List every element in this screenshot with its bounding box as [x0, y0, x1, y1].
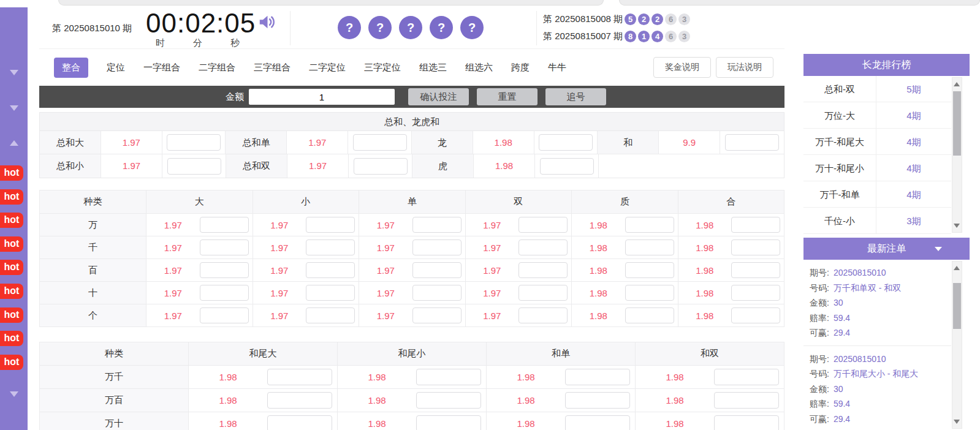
- bet-amount-input[interactable]: [565, 392, 630, 409]
- bet-amount-input[interactable]: [167, 158, 221, 175]
- ranking-item[interactable]: 总和-双 5期: [803, 76, 951, 102]
- scroll-down-icon[interactable]: [954, 420, 960, 424]
- bet-amount-input[interactable]: [412, 262, 462, 278]
- bet-amount-input[interactable]: [267, 392, 332, 409]
- tab-sanzi-dingwei[interactable]: 三字定位: [364, 62, 401, 74]
- bet-amount-input[interactable]: [714, 369, 779, 385]
- help-icon[interactable]: ?: [399, 16, 422, 39]
- scroll-up-icon[interactable]: [954, 82, 960, 86]
- bet-amount-input[interactable]: [200, 217, 249, 233]
- scroll-thumb[interactable]: [953, 91, 961, 156]
- bet-amount-input[interactable]: [353, 134, 407, 151]
- bet-amount-input[interactable]: [412, 240, 462, 255]
- chevron-down-icon[interactable]: [935, 247, 942, 251]
- ranking-item[interactable]: 万十-和尾小 4期: [803, 155, 951, 181]
- bet-amount-input[interactable]: [416, 415, 481, 430]
- tab-zhenghe[interactable]: 整合: [54, 58, 88, 78]
- chevron-up-icon[interactable]: [10, 140, 18, 146]
- bet-amount-input[interactable]: [412, 217, 462, 233]
- hot-badge[interactable]: hot: [0, 355, 23, 370]
- hot-badge[interactable]: hot: [0, 165, 23, 181]
- tab-dingwei[interactable]: 定位: [107, 62, 125, 74]
- bet-amount-input[interactable]: [731, 307, 780, 323]
- scroll-up-icon[interactable]: [954, 266, 960, 270]
- bet-amount-input[interactable]: [412, 307, 462, 323]
- bet-amount-input[interactable]: [167, 134, 221, 151]
- bet-amount-input[interactable]: [306, 240, 355, 255]
- bet-amount-input[interactable]: [306, 307, 355, 323]
- bonus-info-button[interactable]: 奖金说明: [653, 57, 711, 78]
- scroll-thumb[interactable]: [953, 283, 961, 329]
- bet-amount-input[interactable]: [518, 307, 568, 323]
- help-icon[interactable]: ?: [338, 16, 361, 39]
- bet-amount-input[interactable]: [200, 307, 249, 323]
- bet-amount-input[interactable]: [625, 307, 674, 323]
- bet-amount-input[interactable]: [731, 217, 780, 233]
- ranking-item[interactable]: 万位-大 4期: [803, 102, 951, 129]
- bet-amount-input[interactable]: [540, 158, 594, 175]
- bet-amount-input[interactable]: [625, 285, 674, 301]
- bet-amount-input[interactable]: [714, 415, 779, 430]
- bet-amount-input[interactable]: [625, 217, 674, 233]
- bet-amount-input[interactable]: [267, 415, 332, 430]
- bet-amount-input[interactable]: [200, 262, 249, 278]
- ranking-item[interactable]: 万千-和尾大 4期: [803, 129, 951, 155]
- ranking-item[interactable]: 千位-小 3期: [803, 208, 951, 234]
- bet-amount-input[interactable]: [731, 285, 780, 301]
- bet-amount-input[interactable]: [416, 369, 481, 385]
- tab-niuniu[interactable]: 牛牛: [548, 62, 566, 74]
- bet-amount-input[interactable]: [267, 369, 332, 385]
- tab-erzi-zuhe[interactable]: 二字组合: [199, 62, 235, 74]
- bet-amount-input[interactable]: [725, 134, 779, 151]
- speaker-icon[interactable]: [257, 13, 276, 31]
- hot-badge[interactable]: hot: [0, 307, 23, 323]
- help-icon[interactable]: ?: [368, 16, 392, 39]
- chevron-down-icon[interactable]: [10, 391, 18, 397]
- hot-badge[interactable]: hot: [0, 189, 23, 205]
- bet-amount-input[interactable]: [416, 392, 481, 409]
- help-icon[interactable]: ?: [460, 16, 484, 39]
- tab-zuxuan-liu[interactable]: 组选六: [465, 62, 493, 74]
- bet-amount-input[interactable]: [306, 262, 355, 278]
- tab-erzi-dingwei[interactable]: 二字定位: [309, 62, 346, 74]
- bet-amount-input[interactable]: [731, 240, 780, 255]
- bet-amount-input[interactable]: [518, 285, 568, 301]
- chevron-down-icon[interactable]: [10, 105, 18, 111]
- ranking-item[interactable]: 万千-和单 4期: [803, 181, 951, 208]
- reset-button[interactable]: 重置: [477, 88, 537, 105]
- tab-zuxuan-san[interactable]: 组选三: [419, 62, 447, 74]
- bet-amount-input[interactable]: [565, 369, 630, 385]
- tab-yizi-zuhe[interactable]: 一字组合: [143, 62, 180, 74]
- scrollbar[interactable]: [952, 261, 962, 429]
- bet-amount-input[interactable]: [518, 262, 568, 278]
- amount-input[interactable]: [249, 89, 395, 105]
- hot-badge[interactable]: hot: [0, 331, 23, 346]
- bet-amount-input[interactable]: [625, 240, 674, 255]
- bet-amount-input[interactable]: [518, 217, 568, 233]
- bet-amount-input[interactable]: [412, 285, 462, 301]
- bet-amount-input[interactable]: [200, 240, 249, 255]
- tab-kuadu[interactable]: 跨度: [511, 62, 530, 74]
- bet-amount-input[interactable]: [306, 285, 355, 301]
- bet-amount-input[interactable]: [200, 285, 249, 301]
- bet-amount-input[interactable]: [306, 217, 355, 233]
- bet-amount-input[interactable]: [625, 262, 674, 278]
- bet-amount-input[interactable]: [731, 262, 780, 278]
- confirm-bet-button[interactable]: 确认投注: [408, 88, 469, 105]
- bet-amount-input[interactable]: [539, 134, 593, 151]
- hot-badge[interactable]: hot: [0, 260, 23, 275]
- bet-amount-input[interactable]: [565, 415, 630, 430]
- chase-number-button[interactable]: 追号: [545, 88, 606, 105]
- hot-badge[interactable]: hot: [0, 284, 23, 299]
- bet-amount-input[interactable]: [354, 158, 408, 175]
- play-info-button[interactable]: 玩法说明: [716, 57, 773, 78]
- bet-amount-input[interactable]: [714, 392, 779, 409]
- scrollbar[interactable]: [952, 77, 962, 233]
- bet-amount-input[interactable]: [518, 240, 568, 255]
- hot-badge[interactable]: hot: [0, 236, 23, 252]
- hot-badge[interactable]: hot: [0, 213, 23, 228]
- scroll-down-icon[interactable]: [954, 224, 960, 228]
- tab-sanzi-zuhe[interactable]: 三字组合: [254, 62, 291, 74]
- help-icon[interactable]: ?: [430, 16, 453, 39]
- chevron-down-icon[interactable]: [10, 70, 18, 75]
